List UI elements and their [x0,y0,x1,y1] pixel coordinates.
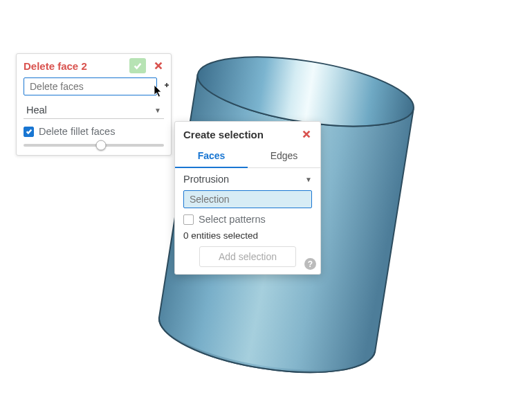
check-icon [26,128,33,135]
close-button[interactable] [300,127,313,141]
slider[interactable] [24,144,164,147]
close-button[interactable] [152,59,165,73]
check-icon [133,61,143,71]
selection-input[interactable] [183,190,312,208]
heal-method-select[interactable]: Heal [24,101,164,119]
select-patterns-checkbox[interactable] [183,214,194,225]
delete-face-title: Delete face 2 [24,60,129,72]
add-selection-button[interactable]: Add selection [199,246,296,267]
entities-count: 0 entities selected [175,229,320,246]
delete-faces-input[interactable] [24,77,157,95]
add-face-button[interactable] [160,80,171,93]
cursor-plus-icon [160,81,171,92]
confirm-button[interactable] [129,58,146,73]
slider-thumb[interactable] [95,140,106,151]
close-icon [302,129,311,139]
select-patterns-label: Select patterns [199,214,266,225]
chevron-down-icon: ▼ [305,176,312,183]
create-selection-dialog: Create selection Faces Edges Protrusion … [174,121,321,275]
delete-face-dialog: Delete face 2 Heal ▼ Delete fillet faces [16,53,172,156]
close-icon [154,61,163,71]
help-icon[interactable]: ? [304,258,316,270]
tab-faces[interactable]: Faces [175,145,248,168]
protrusion-select[interactable]: Protrusion [183,174,305,185]
create-selection-title: Create selection [183,129,300,140]
delete-fillet-label: Delete fillet faces [39,126,115,137]
tab-edges[interactable]: Edges [248,145,320,167]
delete-fillet-checkbox[interactable] [24,127,34,137]
